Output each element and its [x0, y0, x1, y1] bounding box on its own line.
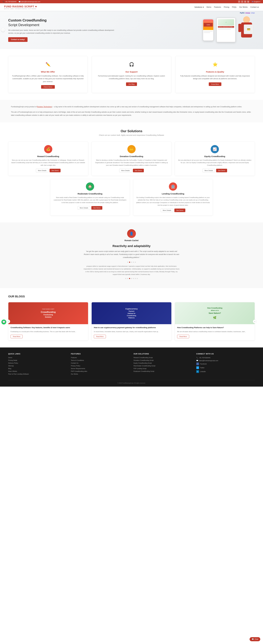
feature-btn-2[interactable]: Know More	[209, 82, 221, 86]
footer-link-p2p[interactable]: Peer to Peer Lending Software	[8, 373, 67, 375]
dot-1[interactable]	[127, 262, 128, 263]
footer-solutions-title: OUR SOLUTIONS	[134, 353, 192, 355]
dot2-2[interactable]	[127, 278, 128, 279]
features-grid: ✏️ What We Offer FundRaisingScript offer…	[8, 56, 255, 93]
nav-pricing[interactable]: Pricing	[224, 6, 229, 8]
about-para-1: FundraisingScript.com(a product of Rocke…	[11, 105, 252, 108]
twitter-icon: t	[196, 366, 199, 369]
nav-faqs[interactable]: FAQs	[232, 6, 236, 8]
footer-link-blog[interactable]: Blog	[8, 368, 67, 369]
feature-btn-1[interactable]: Our Blog	[126, 82, 137, 86]
dot-2[interactable]	[129, 262, 130, 263]
feature-btn-0[interactable]: Check Demo	[41, 85, 55, 89]
blog-btn-2[interactable]: Read More	[177, 335, 189, 338]
topbar-facebook-icon[interactable]: f	[238, 0, 240, 3]
footer-link-realestate[interactable]: Real Estate Crowdfunding Script	[134, 365, 192, 366]
dot2-6[interactable]	[135, 278, 136, 279]
dot-5[interactable]	[135, 262, 136, 263]
solution-details-btn-4[interactable]: More Details	[161, 208, 173, 212]
footer-link-reward[interactable]: Reward Crowdfunding Script	[134, 357, 192, 358]
footer-link-features[interactable]: Features	[71, 357, 130, 358]
email-link[interactable]: ✉️ sales@fundraisingscript.com	[19, 1, 40, 2]
logo[interactable]: FUND RAISING SCRIPT ● WHITE LABEL CROWDF…	[4, 5, 37, 10]
features-section: ✏️ What We Offer FundRaisingScript offer…	[0, 49, 263, 100]
phone-icon: 📞	[196, 357, 198, 358]
email-icon: ✉️	[196, 360, 198, 362]
solution-details-btn-1[interactable]: More Details	[119, 169, 132, 172]
blog-btn-0[interactable]: Read More	[11, 335, 23, 338]
nav-features[interactable]: Features	[214, 6, 221, 8]
footer-link-server-req[interactable]: Server Requirements	[71, 368, 130, 369]
footer-bottom: © 2024 FundRaisingScript. All rights res…	[8, 380, 255, 384]
hero-section: ‹ Custom Crowdfunding Script Development…	[0, 11, 263, 49]
dot2-7[interactable]	[137, 278, 138, 279]
solution-demo-btn-1[interactable]: See Demo	[133, 169, 144, 172]
blog-image-2: How Crowdfunding allows us to Save Natur…	[175, 302, 255, 324]
footer-link-contact[interactable]: Contact Us	[71, 362, 130, 364]
footer-link-equity[interactable]: Equity Crowdfunding Script	[134, 362, 192, 364]
solution-demo-btn-2[interactable]: See Demo	[216, 169, 227, 172]
footer-link-pricing[interactable]: Pricing Detail	[8, 360, 67, 361]
solution-card-0: 💰 Reward Crowdfunding Now you can set up…	[8, 142, 88, 176]
dot-4[interactable]	[133, 262, 134, 263]
blog-title-2: How Crowdfunding Platforms can help to S…	[177, 326, 252, 329]
footer-connect-title: CONNECT WITH US	[196, 353, 255, 355]
footer-link-employee[interactable]: Employee Crowdfunding Script	[134, 370, 192, 372]
solution-demo-btn-3[interactable]: See Demo	[91, 206, 102, 210]
linkedin-icon: in	[196, 370, 199, 373]
footer-link-privacy[interactable]: Privacy Policy	[71, 365, 130, 366]
solution-details-btn-3[interactable]: More Details	[78, 206, 90, 210]
hero-cta-button[interactable]: Contact us today!	[8, 37, 28, 42]
footer-link-p2p-script[interactable]: P2P Lending Script	[134, 368, 192, 369]
hero-left-arrow[interactable]: ‹	[1, 28, 5, 32]
solution-btns-0: More Details See Demo	[11, 169, 85, 172]
footer-facebook[interactable]: f Facebook	[196, 362, 255, 365]
solution-btns-4: More Details See Demo	[136, 208, 210, 212]
dot2-4[interactable]	[131, 278, 132, 279]
top-bar-left: 📞 +91 7874330444 ✉️ sales@fundraisingscr…	[3, 1, 40, 2]
footer-link-demo[interactable]: Demo	[8, 357, 67, 358]
phone-mockup-1: Cards	[203, 19, 214, 41]
phone-link[interactable]: 📞 +91 7874330444	[3, 1, 17, 2]
footer-link-php-sites[interactable]: PHP Crowdfunding sites	[71, 370, 130, 372]
footer-linkedin[interactable]: in LinkedIn	[196, 370, 255, 373]
nav-solutions[interactable]: Solutions ▾	[194, 6, 204, 8]
blogs-prev-arrow[interactable]: ‹	[6, 320, 10, 323]
dot-3[interactable]	[131, 262, 132, 263]
footer-twitter[interactable]: t Twitter	[196, 366, 255, 369]
feature-card-1: 🎧 Our Support Full technical and dedicat…	[92, 56, 171, 93]
solutions-title: Our Solutions	[8, 129, 255, 133]
blog-btn-1[interactable]: Read More	[94, 335, 106, 338]
feature-title-2: Features & Quality	[178, 70, 252, 73]
solution-title-4: Lending Crowdfunding	[136, 192, 210, 195]
dot2-1[interactable]	[125, 278, 126, 279]
dot2-5[interactable]	[133, 278, 134, 279]
testimonial-name: Romain Cachet	[11, 239, 252, 242]
footer-social: f Facebook t Twitter in LinkedIn	[196, 362, 255, 373]
footer-link-how-it-works[interactable]: How it Works	[8, 370, 67, 372]
topbar-twitter-icon[interactable]: t	[241, 0, 243, 3]
solution-demo-btn-0[interactable]: See Demo	[50, 169, 61, 172]
whatsapp-button[interactable]: 💬	[1, 320, 6, 324]
solution-details-btn-0[interactable]: More Details	[36, 169, 49, 172]
language-selector[interactable]: 🇬🇧 English ▾	[252, 1, 260, 2]
solution-demo-btn-4[interactable]: See Demo	[174, 208, 185, 212]
topbar-instagram-icon[interactable]: ig	[247, 0, 249, 3]
rockers-link[interactable]: Rockers Technology	[37, 106, 52, 108]
nav-contact[interactable]: Contact us	[250, 6, 259, 8]
dot2-3[interactable]	[129, 278, 130, 279]
footer: QUICK LINKS Demo Pricing Detail Delivery…	[0, 348, 263, 386]
footer-link-sitemap[interactable]: Sitemap	[8, 365, 67, 366]
feature-card-0: ✏️ What We Offer FundRaisingScript offer…	[8, 56, 88, 93]
blog-card-2: How Crowdfunding allows us to Save Natur…	[175, 302, 255, 340]
footer-link-donation[interactable]: Donation Crowdfunding Script	[134, 360, 192, 361]
topbar-linkedin-icon[interactable]: in	[244, 0, 246, 3]
nav-our-works[interactable]: Our Works	[239, 6, 248, 8]
solution-details-btn-2[interactable]: More Details	[202, 169, 215, 172]
footer-link-delivery[interactable]: Delivery Policy	[8, 362, 67, 364]
footer-link-our-works[interactable]: Our Works	[71, 373, 130, 375]
nav-demo[interactable]: Demo	[206, 6, 211, 8]
footer-features-title: FEATURES	[71, 353, 130, 355]
blogs-next-arrow[interactable]: ›	[253, 320, 257, 323]
footer-link-terms[interactable]: Terms & Conditions	[71, 360, 130, 361]
